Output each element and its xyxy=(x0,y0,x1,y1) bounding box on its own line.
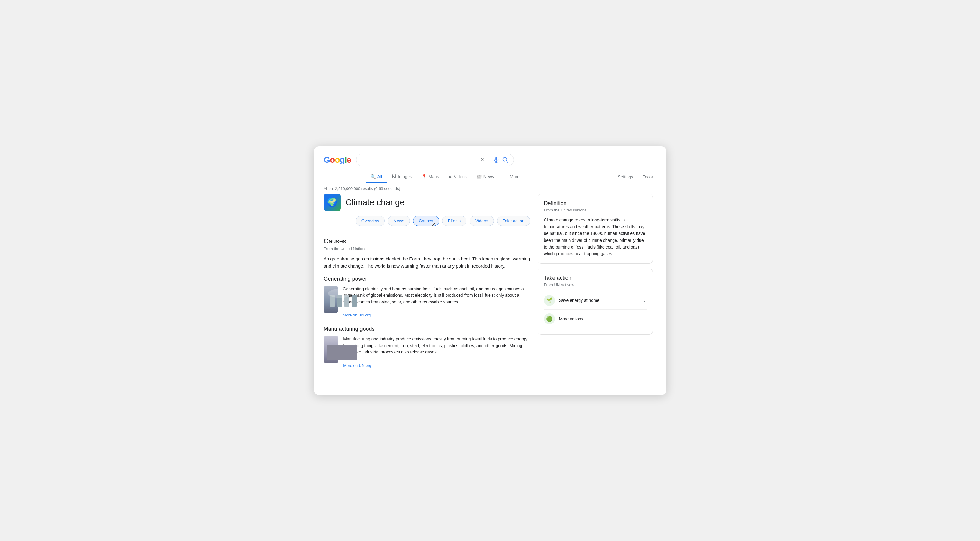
nav-tabs: 🔍 All 🖼 Images 📍 Maps ▶ Videos 📰 News ⋮ … xyxy=(314,169,666,183)
ktab-take-action[interactable]: Take action xyxy=(497,216,530,226)
causes-source: From the United Nations xyxy=(324,246,530,251)
tab-videos[interactable]: ▶ Videos xyxy=(444,171,472,183)
take-action-label-0: Save energy at home xyxy=(559,298,638,303)
images-icon: 🖼 xyxy=(392,174,396,179)
search-box[interactable]: climate change causes × xyxy=(356,154,514,166)
take-action-label-1: More actions xyxy=(559,316,647,321)
tab-images[interactable]: 🖼 Images xyxy=(387,171,417,183)
tab-more[interactable]: ⋮ More xyxy=(499,171,525,183)
knowledge-tabs: Overview News Causes↙ Effects Videos Tak… xyxy=(356,216,530,226)
factory-card-link[interactable]: More on UN.org xyxy=(343,363,371,368)
power-card-text: Generating electricity and heat by burni… xyxy=(343,286,530,319)
search-button[interactable] xyxy=(502,157,509,163)
definition-body: Climate change refers to long-term shift… xyxy=(544,217,647,257)
search-icon xyxy=(502,157,509,163)
ktab-effects[interactable]: Effects xyxy=(442,216,467,226)
content-card-power: Generating electricity and heat by burni… xyxy=(324,286,530,319)
mic-button[interactable] xyxy=(493,157,500,163)
factory-image xyxy=(324,336,339,363)
ktab-causes[interactable]: Causes↙ xyxy=(413,216,439,226)
factory-card-text: Manufacturing and industry produce emiss… xyxy=(343,336,530,369)
subsection-power-title: Generating power xyxy=(324,276,530,282)
settings-button[interactable]: Settings xyxy=(614,172,637,182)
take-action-title: Take action xyxy=(544,275,647,281)
maps-icon: 📍 xyxy=(422,174,427,179)
videos-icon: ▶ xyxy=(449,174,452,179)
tools-button[interactable]: Tools xyxy=(639,172,657,182)
knowledge-icon: 🌍 xyxy=(324,194,341,211)
google-logo: Google xyxy=(324,155,351,165)
tab-news[interactable]: 📰 News xyxy=(472,171,499,183)
mic-icon xyxy=(493,157,500,163)
knowledge-title: Climate change xyxy=(345,198,405,207)
tab-maps[interactable]: 📍 Maps xyxy=(417,171,444,183)
definition-title: Definition xyxy=(544,200,647,207)
left-column: 🌍 Climate change Overview News Causes↙ E… xyxy=(324,194,530,376)
more-icon: ⋮ xyxy=(504,174,508,179)
take-action-card: Take action From UN ActNow 🌱 Save energy… xyxy=(538,268,653,335)
causes-body: As greenhouse gas emissions blanket the … xyxy=(324,255,530,270)
ktab-overview[interactable]: Overview xyxy=(356,216,385,226)
ktab-videos[interactable]: Videos xyxy=(469,216,494,226)
content-card-factory: Manufacturing and industry produce emiss… xyxy=(324,336,530,369)
svg-rect-0 xyxy=(495,157,497,160)
chevron-icon-0: ⌄ xyxy=(643,297,647,303)
definition-source: From the United Nations xyxy=(544,208,647,213)
nav-settings-tools: Settings Tools xyxy=(614,172,656,182)
news-icon: 📰 xyxy=(476,174,482,179)
causes-title: Causes xyxy=(324,237,530,245)
take-action-item-1[interactable]: 🟢 More actions xyxy=(544,310,647,328)
tab-all[interactable]: 🔍 All xyxy=(366,171,387,183)
results-count: About 2,910,000,000 results (0.63 second… xyxy=(314,183,666,194)
definition-card: Definition From the United Nations Clima… xyxy=(538,194,653,264)
take-action-source: From UN ActNow xyxy=(544,282,647,287)
subsection-factory-title: Manufacturing goods xyxy=(324,326,530,332)
section-divider xyxy=(324,232,530,232)
right-column: Definition From the United Nations Clima… xyxy=(538,194,653,376)
clear-button[interactable]: × xyxy=(479,157,485,163)
power-card-link[interactable]: More on UN.org xyxy=(343,313,371,317)
svg-line-4 xyxy=(506,161,508,162)
search-input[interactable]: climate change causes xyxy=(361,157,477,163)
take-action-icon-1: 🟢 xyxy=(544,313,555,324)
main-content: 🌍 Climate change Overview News Causes↙ E… xyxy=(314,194,666,376)
ktab-news[interactable]: News xyxy=(388,216,410,226)
search-area: Google climate change causes × xyxy=(314,146,666,166)
take-action-icon-0: 🌱 xyxy=(544,295,555,306)
all-icon: 🔍 xyxy=(371,174,375,179)
take-action-item-0[interactable]: 🌱 Save energy at home ⌄ xyxy=(544,291,647,310)
browser-window: Google climate change causes × xyxy=(314,146,666,395)
knowledge-header-row: 🌍 Climate change Overview News Causes↙ E… xyxy=(324,194,530,226)
power-plant-image xyxy=(324,286,338,313)
search-divider xyxy=(489,156,489,163)
